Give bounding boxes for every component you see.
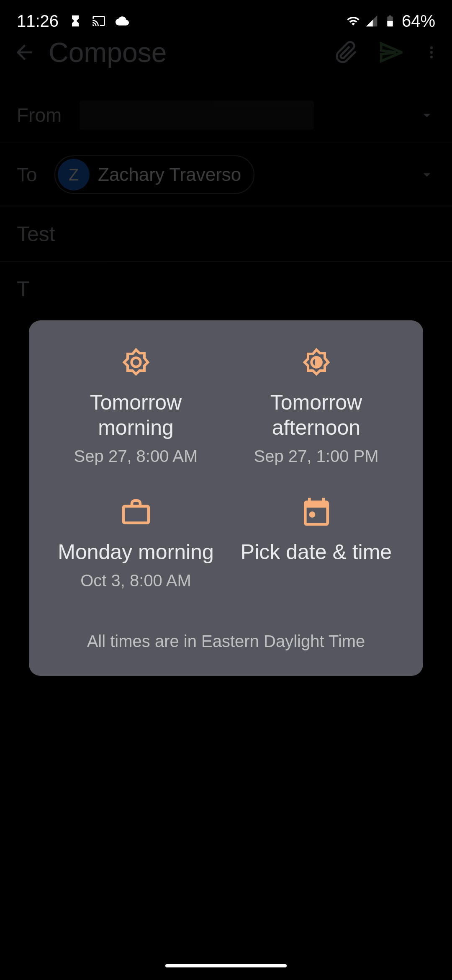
option-subtitle: Sep 27, 1:00 PM [254, 447, 379, 466]
recipient-name: Zachary Traverso [98, 164, 241, 185]
option-title: Tomorrow afternoon [230, 390, 402, 440]
option-title: Tomorrow morning [50, 390, 222, 440]
from-value-redacted [80, 101, 314, 130]
avatar: Z [58, 159, 90, 191]
from-row[interactable]: From [0, 88, 452, 143]
recipient-chip[interactable]: Z Zachary Traverso [54, 155, 254, 194]
option-tomorrow-afternoon[interactable]: Tomorrow afternoon Sep 27, 1:00 PM [230, 346, 402, 466]
back-icon[interactable] [13, 41, 36, 64]
schedule-send-dialog: Tomorrow morning Sep 27, 8:00 AM Tomorro… [29, 320, 423, 676]
option-subtitle: Oct 3, 8:00 AM [80, 571, 191, 590]
app-bar: Compose [0, 17, 452, 88]
svg-point-2 [430, 56, 433, 58]
option-title: Pick date & time [241, 539, 392, 565]
calendar-icon [300, 495, 333, 529]
option-title: Monday morning [58, 539, 213, 565]
svg-point-3 [131, 358, 140, 366]
home-indicator[interactable] [165, 964, 287, 967]
from-label: From [17, 104, 67, 126]
option-subtitle: Sep 27, 8:00 AM [74, 447, 198, 466]
option-tomorrow-morning[interactable]: Tomorrow morning Sep 27, 8:00 AM [50, 346, 222, 466]
chevron-down-icon[interactable] [419, 107, 435, 124]
timezone-note: All times are in Eastern Daylight Time [41, 632, 411, 651]
to-label: To [17, 163, 42, 186]
attach-icon[interactable] [335, 41, 358, 64]
svg-point-1 [430, 51, 433, 54]
brightness-high-icon [119, 346, 153, 379]
option-pick-date-time[interactable]: Pick date & time [230, 495, 402, 590]
option-monday-morning[interactable]: Monday morning Oct 3, 8:00 AM [50, 495, 222, 590]
page-title: Compose [49, 36, 322, 68]
send-icon[interactable] [379, 41, 403, 64]
chevron-down-icon[interactable] [419, 166, 435, 183]
briefcase-icon [119, 495, 153, 529]
subject-input[interactable]: Test [0, 207, 452, 262]
to-row[interactable]: To Z Zachary Traverso [0, 143, 452, 207]
brightness-medium-icon [300, 346, 333, 379]
svg-rect-5 [123, 506, 149, 523]
svg-point-6 [309, 511, 315, 518]
svg-point-0 [430, 46, 433, 49]
body-input[interactable]: T [0, 262, 452, 316]
more-icon[interactable] [424, 41, 439, 64]
